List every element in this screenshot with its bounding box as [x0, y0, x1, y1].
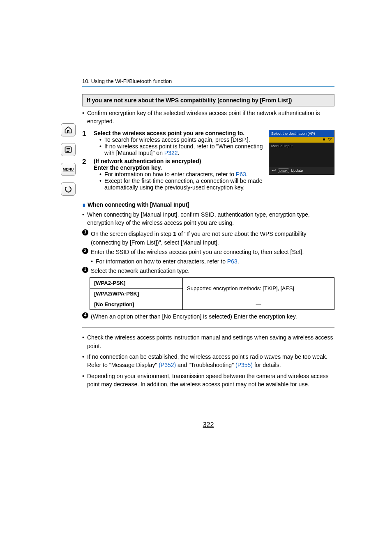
link-p63-b[interactable]: P63: [227, 258, 238, 265]
link-p63-a[interactable]: P63: [236, 171, 246, 178]
home-button[interactable]: [61, 123, 76, 136]
svg-rect-4: [323, 139, 325, 140]
contents-button[interactable]: [61, 143, 76, 156]
step-2-sub-1: For information on how to enter characte…: [104, 171, 265, 178]
sidebar: MENU: [61, 123, 76, 196]
notes-block: •Check the wireless access points instru…: [82, 327, 334, 388]
link-p352[interactable]: (P352): [159, 362, 176, 368]
svg-point-5: [330, 140, 330, 141]
figure-row-manual: Manual Input: [269, 143, 334, 149]
substep-1: 1 On the screen displayed in step 1 of "…: [82, 229, 334, 247]
breadcrumb: 10. Using the Wi-Fi/Bluetooth function: [82, 78, 334, 87]
figure-title: Select the destination (AP): [269, 130, 334, 137]
section-banner: If you are not sure about the WPS compat…: [82, 94, 334, 106]
back-arrow-icon: [64, 185, 72, 193]
step-1-title: Select the wireless access point you are…: [94, 130, 265, 136]
figure-footer-text: Update: [291, 169, 303, 173]
substep-4: 4 (When an option other than [No Encrypt…: [82, 312, 334, 321]
step-1-sub-2: If no wireless access point is found, re…: [104, 143, 265, 156]
auth-right1: Supported encryption methods: [TKIP], [A…: [183, 278, 334, 299]
step-2-title-a: (If network authentication is encrypted): [94, 158, 265, 164]
note-1: Check the wireless access points instruc…: [87, 333, 334, 350]
return-icon: [271, 169, 276, 173]
step-1-sub-1: To search for wireless access points aga…: [104, 136, 265, 143]
auth-r3: [No Encryption]: [90, 299, 183, 310]
note-2: If no connection can be established, the…: [87, 353, 334, 369]
step-1: 1 Select the wireless access point you a…: [82, 130, 265, 156]
note-3: Depending on your environment, transmiss…: [87, 372, 334, 389]
subsection-intro: •When connecting by [Manual Input], conf…: [82, 210, 334, 227]
auth-right3: —: [183, 299, 334, 310]
screenshot-figure: Select the destination (AP) Manual Input: [269, 130, 334, 175]
step-2: 2 (If network authentication is encrypte…: [82, 158, 265, 191]
link-p322[interactable]: P322: [164, 150, 178, 156]
auth-table: [WPA2-PSK] Supported encryption methods:…: [90, 277, 334, 310]
home-icon: [64, 126, 72, 134]
auth-r1: [WPA2-PSK]: [90, 278, 183, 289]
substep-2: 2 Enter the SSID of the wireless access …: [82, 248, 334, 265]
menu-button[interactable]: MENU: [61, 163, 76, 176]
auth-r2: [WPA2/WPA-PSK]: [90, 289, 183, 299]
back-button[interactable]: [61, 182, 76, 196]
step-2-sub-2: Except for the first-time connection, a …: [104, 178, 265, 191]
subsection-title: ∎ When connecting with [Manual Input]: [82, 201, 334, 208]
page-number: 322: [82, 421, 334, 429]
intro-note: •Confirm encryption key of the selected …: [82, 109, 334, 126]
link-p355[interactable]: (P355): [235, 362, 253, 368]
figure-selected-row: [269, 137, 334, 143]
figure-footer: DISP. Update: [269, 167, 334, 174]
wifi-icon: [327, 137, 332, 142]
lock-icon: [322, 137, 326, 142]
step-2-title-b: Enter the encryption key.: [94, 164, 265, 171]
substep-3: 3 Select the network authentication type…: [82, 267, 334, 275]
disp-pill: DISP.: [278, 169, 289, 173]
list-icon: [64, 145, 72, 154]
menu-label: MENU: [63, 167, 74, 171]
